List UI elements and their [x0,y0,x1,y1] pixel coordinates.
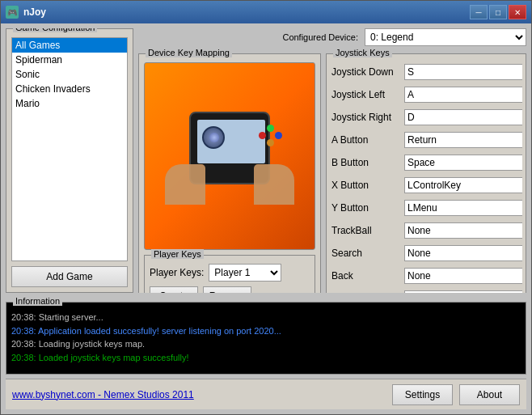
title-bar-left: 🎮 nJoy [6,6,46,19]
joystick-key-row: Joystick Down [331,62,522,82]
joystick-key-row: B Button [331,153,522,172]
phone-illustration [165,108,294,205]
top-area: Game Configuration All GamesSpidermanSon… [6,28,526,293]
joystick-key-row: Search [331,243,522,263]
maximize-button[interactable]: □ [489,5,507,19]
joystick-key-input[interactable] [404,268,522,284]
btn-x [275,132,282,139]
joystick-key-input[interactable] [404,245,522,261]
player-keys-row: Player Keys: Player 1 [150,264,310,282]
joystick-key-row: A Button [331,130,522,150]
joystick-key-row: Y Button [331,198,522,218]
btn-a [267,125,274,132]
joystick-key-label: Joystick Left [331,89,404,100]
joystick-key-row: X Button [331,176,522,195]
device-key-map-group: Device Key Mapping [138,53,321,293]
configured-device-bar: Configured Device: 0: Legend [138,28,526,46]
information-label: Information [13,296,62,306]
joystick-key-input[interactable] [404,64,522,80]
joystick-key-label: TrackBall [331,225,404,236]
joystick-circle [202,126,225,149]
log-line: 20:38: Loaded joystick keys map succesfu… [11,351,521,365]
phone-screen [197,120,265,163]
hand-left [165,164,205,205]
joystick-dot [209,133,219,142]
joystick-key-label: Back [331,270,404,282]
game-list-item[interactable]: Chicken Invaders [12,82,127,96]
bottom-bar: www.byshynet.com - Nemex Studios 2011 Se… [6,379,526,409]
joystick-keys-label: Joystick Keys [333,48,392,57]
joystick-key-input[interactable] [404,177,522,193]
website-link[interactable]: www.byshynet.com - Nemex Studios 2011 [12,389,194,400]
joystick-key-row: Joystick Left [331,85,522,104]
joystick-key-row: TrackBall [331,221,522,240]
joystick-key-input[interactable] [404,132,522,148]
remove-button[interactable]: Remove [203,286,251,293]
joystick-key-row: Back [331,266,522,286]
joystick-key-label: B Button [331,157,404,168]
log-line: 20:38: Client connected with ID 0 and de… [11,364,521,367]
player-keys-group: Player Keys Player Keys: Player 1 Create… [144,255,315,293]
game-config-label: Game Configuration [13,28,97,32]
hand-right [254,164,294,205]
joystick-key-label: A Button [331,134,404,146]
joystick-key-input[interactable] [404,109,522,125]
game-config-panel: Game Configuration All GamesSpidermanSon… [6,28,133,293]
joystick-key-row: Tilt Up [331,289,522,293]
joystick-key-label: Joystick Right [331,112,404,123]
joystick-key-input[interactable] [404,87,522,103]
information-panel: Information 20:38: Starting server...20:… [6,302,526,375]
create-button[interactable]: Create [150,286,198,293]
add-game-button[interactable]: Add Game [11,266,128,287]
joystick-key-row: Joystick Right [331,108,522,127]
joystick-key-input[interactable] [404,290,522,293]
window-title: nJoy [23,6,46,18]
game-list-item[interactable]: Sonic [12,67,127,82]
joystick-key-input[interactable] [404,200,522,216]
joystick-key-input[interactable] [404,222,522,239]
joystick-key-input[interactable] [404,155,522,171]
device-select[interactable]: 0: Legend [365,28,526,46]
joystick-key-label: X Button [331,180,404,191]
app-icon: 🎮 [6,6,19,19]
bottom-buttons: Settings About [392,384,520,405]
middle-main-row: Device Key Mapping [138,53,526,293]
log-line: 20:38: Loading joystick keys map. [11,337,521,351]
main-content: Game Configuration All GamesSpidermanSon… [1,23,531,414]
configured-device-label: Configured Device: [282,32,358,42]
log-line: 20:38: Application loaded succesfully! s… [11,324,521,338]
title-controls: ─ □ ✕ [470,5,526,19]
joystick-key-label: Search [331,248,404,259]
joystick-keys-group: Joystick Keys Joystick DownJoystick Left… [326,53,526,293]
player-key-buttons: Create Remove [150,286,310,293]
player-keys-text: Player Keys: [150,267,204,278]
game-list-item[interactable]: Spiderman [12,53,127,67]
minimize-button[interactable]: ─ [470,5,488,19]
title-bar: 🎮 nJoy ─ □ ✕ [1,1,531,23]
game-list: All GamesSpidermanSonicChicken InvadersM… [11,37,128,261]
player-keys-label: Player Keys [151,249,204,259]
joystick-key-label: Joystick Down [331,66,404,78]
information-log: 20:38: Starting server...20:38: Applicat… [11,311,521,367]
btn-b [259,132,266,139]
about-button[interactable]: About [459,384,520,405]
player-select[interactable]: Player 1 [209,264,281,282]
btn-y [267,139,274,146]
main-window: 🎮 nJoy ─ □ ✕ Game Configuration All Game… [0,0,532,415]
game-list-item[interactable]: Mario [12,96,127,111]
settings-button[interactable]: Settings [392,384,453,405]
device-key-map-label: Device Key Mapping [146,48,232,57]
log-line: 20:38: Starting server... [11,311,521,324]
joystick-keys-scroll[interactable]: Joystick DownJoystick LeftJoystick Right… [331,62,522,293]
joystick-key-label: Y Button [331,202,404,214]
device-image [144,62,315,250]
close-button[interactable]: ✕ [509,5,526,19]
game-list-item[interactable]: All Games [12,38,127,53]
device-mapping-col: Configured Device: 0: Legend Device Key … [138,28,526,293]
